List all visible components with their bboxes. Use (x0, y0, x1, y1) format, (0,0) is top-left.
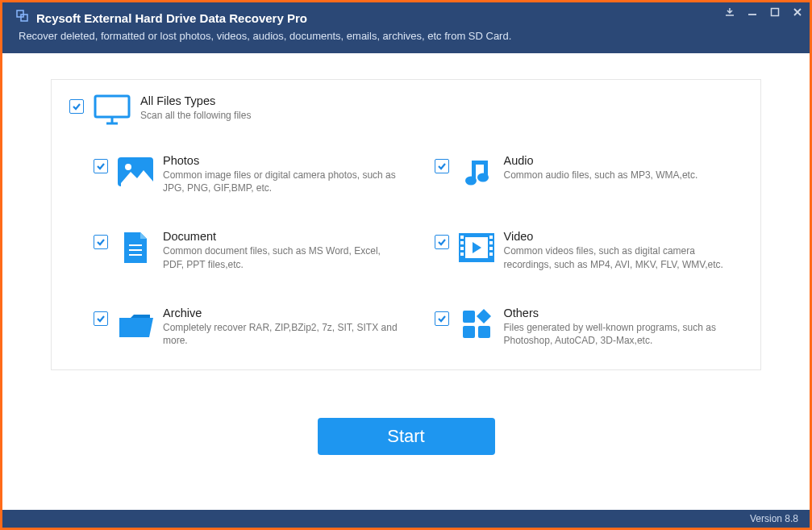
svg-rect-1 (21, 15, 27, 21)
category-video: Video Common videos files, such as digit… (435, 230, 743, 270)
footer-area: Start (51, 370, 761, 502)
checkbox-audio[interactable] (435, 159, 449, 173)
categories-grid: Photos Common image files or digital cam… (69, 154, 743, 347)
svg-point-8 (125, 164, 131, 170)
audio-title: Audio (504, 154, 743, 167)
category-audio: Audio Common audio files, such as MP3, W… (435, 154, 743, 194)
video-icon (459, 230, 494, 265)
checkbox-photos[interactable] (94, 159, 108, 173)
download-icon[interactable] (722, 6, 737, 19)
document-icon (118, 230, 153, 265)
svg-rect-3 (772, 9, 779, 16)
app-subtitle: Recover deleted, formatted or lost photo… (19, 30, 797, 42)
svg-rect-28 (463, 311, 475, 323)
app-icon (15, 9, 30, 27)
document-title: Document (163, 230, 402, 243)
checkbox-video[interactable] (435, 235, 449, 249)
svg-rect-19 (460, 236, 464, 239)
audio-desc: Common audio files, such as MP3, WMA,etc… (504, 169, 743, 182)
category-others: Others Files generated by well-known pro… (435, 307, 743, 347)
svg-rect-25 (489, 247, 493, 250)
checkbox-archive[interactable] (94, 311, 108, 326)
others-icon (459, 307, 494, 342)
svg-rect-23 (489, 236, 493, 239)
header: Rcysoft External Hard Drive Data Recover… (2, 2, 810, 53)
archive-desc: Completely recover RAR, ZIP,BZip2, 7z, S… (163, 321, 402, 347)
photos-title: Photos (163, 154, 402, 167)
category-archive: Archive Completely recover RAR, ZIP,BZip… (94, 307, 402, 347)
archive-title: Archive (163, 307, 402, 319)
all-desc: Scan all the following files (140, 109, 743, 122)
svg-rect-12 (472, 161, 476, 181)
category-photos: Photos Common image files or digital cam… (94, 154, 402, 194)
monitor-icon (94, 94, 131, 127)
all-title: All Files Types (140, 94, 743, 107)
audio-icon (459, 154, 494, 190)
svg-rect-20 (460, 241, 464, 244)
svg-marker-27 (477, 309, 491, 323)
titlebar: Rcysoft External Hard Drive Data Recover… (15, 9, 797, 27)
category-document: Document Common document files, such as … (94, 230, 402, 270)
maximize-button[interactable] (768, 6, 782, 19)
document-desc: Common document files, such as MS Word, … (163, 244, 402, 270)
start-button[interactable]: Start (318, 418, 495, 455)
checkbox-others[interactable] (435, 311, 449, 326)
checkbox-document[interactable] (94, 235, 108, 249)
photos-desc: Common image files or digital camera pho… (163, 169, 402, 194)
svg-rect-24 (489, 241, 493, 244)
close-button[interactable] (790, 6, 805, 19)
svg-rect-26 (489, 252, 493, 256)
archive-icon (118, 307, 153, 342)
window-controls (722, 6, 805, 19)
svg-rect-11 (484, 161, 488, 177)
svg-rect-4 (95, 96, 129, 117)
main-content: All Files Types Scan all the following f… (2, 53, 810, 510)
others-desc: Files generated by well-known programs, … (504, 321, 743, 347)
video-title: Video (504, 230, 743, 243)
file-types-panel: All Files Types Scan all the following f… (51, 79, 761, 370)
version-label: Version 8.8 (750, 513, 798, 524)
checkbox-all[interactable] (69, 99, 84, 114)
app-window: Rcysoft External Hard Drive Data Recover… (0, 0, 812, 530)
minimize-button[interactable] (745, 6, 760, 19)
video-desc: Common videos files, such as digital cam… (504, 244, 743, 270)
photos-icon (118, 154, 153, 190)
svg-rect-21 (460, 247, 464, 250)
others-title: Others (504, 307, 743, 319)
status-bar: Version 8.8 (2, 510, 810, 528)
svg-rect-30 (478, 326, 490, 338)
app-title: Rcysoft External Hard Drive Data Recover… (36, 11, 307, 25)
svg-rect-0 (17, 10, 23, 17)
category-all: All Files Types Scan all the following f… (69, 94, 743, 127)
svg-rect-22 (460, 252, 464, 256)
svg-rect-29 (463, 326, 475, 338)
